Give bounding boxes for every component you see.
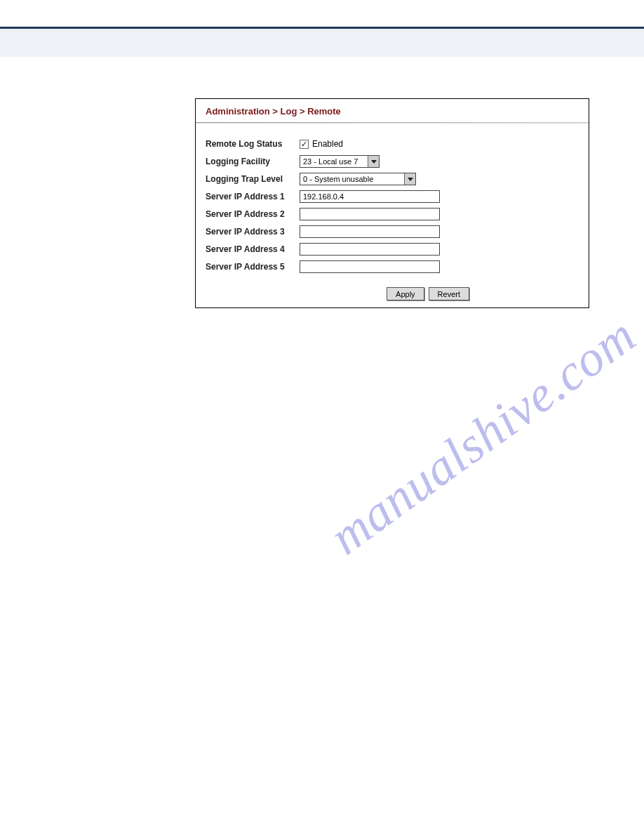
checkbox-label: Enabled — [312, 139, 343, 149]
revert-button[interactable]: Revert — [429, 287, 469, 300]
select-value: 0 - System unusable — [303, 175, 373, 183]
row-logging-facility: Logging Facility 23 - Local use 7 — [206, 154, 579, 168]
row-server-ip-4: Server IP Address 4 — [206, 242, 579, 256]
apply-button[interactable]: Apply — [387, 287, 424, 300]
watermark: manualshive.com — [319, 306, 644, 567]
label-server-ip-3: Server IP Address 3 — [206, 227, 300, 237]
row-server-ip-3: Server IP Address 3 — [206, 225, 579, 239]
input-server-ip-2[interactable] — [300, 208, 440, 220]
row-server-ip-5: Server IP Address 5 — [206, 260, 579, 274]
label-server-ip-5: Server IP Address 5 — [206, 262, 300, 272]
select-logging-facility[interactable]: 23 - Local use 7 — [300, 155, 380, 168]
label-logging-facility: Logging Facility — [206, 157, 300, 166]
row-server-ip-2: Server IP Address 2 — [206, 207, 579, 221]
label-logging-trap-level: Logging Trap Level — [206, 174, 300, 184]
chevron-down-icon — [368, 156, 379, 167]
label-server-ip-1: Server IP Address 1 — [206, 192, 300, 201]
input-server-ip-5[interactable] — [300, 260, 440, 273]
select-logging-trap-level[interactable]: 0 - System unusable — [300, 173, 416, 185]
chevron-down-icon — [404, 173, 415, 185]
label-server-ip-2: Server IP Address 2 — [206, 209, 300, 219]
checkbox-enabled[interactable]: ✓ — [300, 140, 309, 149]
label-remote-log-status: Remote Log Status — [206, 139, 300, 149]
form-body: Remote Log Status ✓ Enabled Logging Faci… — [196, 128, 589, 282]
input-server-ip-1[interactable]: 192.168.0.4 — [300, 190, 440, 203]
select-value: 23 - Local use 7 — [303, 157, 358, 166]
input-server-ip-4[interactable] — [300, 243, 440, 256]
button-row: Apply Revert — [196, 282, 589, 307]
input-server-ip-3[interactable] — [300, 225, 440, 238]
log-remote-panel: Administration > Log > Remote Remote Log… — [195, 98, 589, 308]
row-logging-trap-level: Logging Trap Level 0 - System unusable — [206, 172, 579, 186]
row-remote-log-status: Remote Log Status ✓ Enabled — [206, 137, 579, 151]
divider — [196, 123, 589, 124]
label-server-ip-4: Server IP Address 4 — [206, 244, 300, 254]
page-sub-header — [0, 29, 644, 57]
breadcrumb: Administration > Log > Remote — [196, 99, 589, 122]
row-server-ip-1: Server IP Address 1 192.168.0.4 — [206, 190, 579, 204]
input-value: 192.168.0.4 — [303, 192, 344, 201]
